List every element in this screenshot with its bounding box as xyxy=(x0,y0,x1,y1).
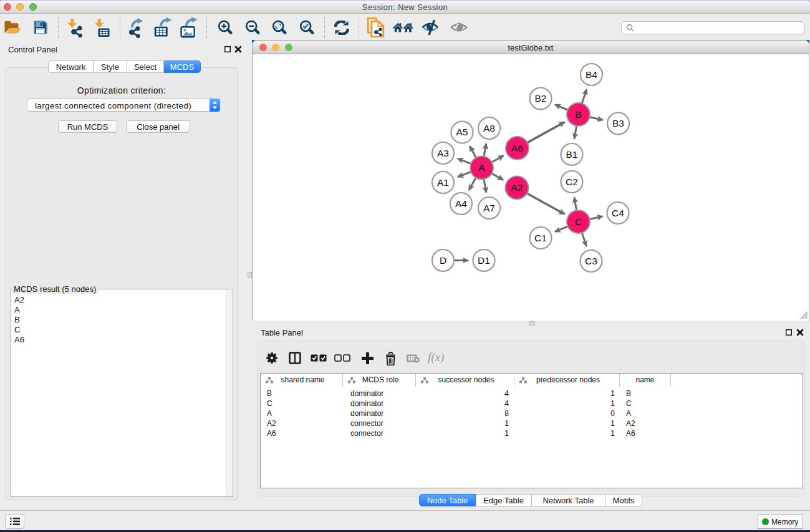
svg-text:A2: A2 xyxy=(511,182,523,193)
svg-text:B: B xyxy=(575,109,581,120)
svg-text:A6: A6 xyxy=(511,143,523,153)
svg-text:C4: C4 xyxy=(612,208,624,218)
svg-text:C2: C2 xyxy=(566,177,578,187)
svg-text:A8: A8 xyxy=(483,123,495,133)
svg-text:A3: A3 xyxy=(437,148,449,158)
svg-text:B4: B4 xyxy=(586,69,597,80)
svg-text:f(x): f(x) xyxy=(428,351,444,364)
svg-text:C: C xyxy=(575,216,582,227)
svg-text:A: A xyxy=(478,162,485,173)
svg-text:D: D xyxy=(440,255,446,266)
svg-text:C1: C1 xyxy=(534,233,547,243)
svg-text:B1: B1 xyxy=(566,149,578,160)
svg-text:A5: A5 xyxy=(456,127,468,137)
svg-text:A4: A4 xyxy=(455,198,467,209)
svg-text:B2: B2 xyxy=(535,93,547,104)
svg-text:A7: A7 xyxy=(483,203,495,213)
svg-text:D1: D1 xyxy=(478,255,490,266)
svg-text:C3: C3 xyxy=(585,256,597,266)
svg-text:B3: B3 xyxy=(612,118,624,128)
svg-text:A1: A1 xyxy=(437,177,449,188)
